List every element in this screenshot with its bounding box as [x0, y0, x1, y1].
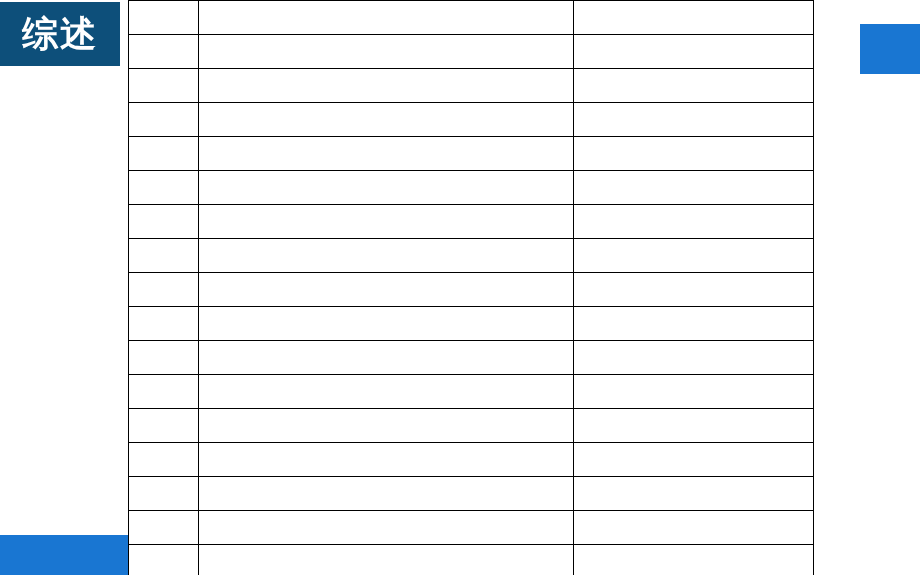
table-cell: [199, 137, 574, 171]
table-cell: [574, 307, 814, 341]
table-cell: [129, 239, 199, 273]
accent-decoration-bottom-left: [0, 535, 128, 575]
accent-decoration-top-right: [860, 24, 920, 74]
table-cell: [129, 307, 199, 341]
table-cell: [129, 477, 199, 511]
table-cell: [129, 69, 199, 103]
table-cell: [199, 1, 574, 35]
table-cell: [574, 477, 814, 511]
table-cell: [574, 69, 814, 103]
table-row: [129, 35, 814, 69]
table-cell: [129, 545, 199, 576]
table-cell: [574, 375, 814, 409]
table-cell: [199, 69, 574, 103]
table-cell: [574, 409, 814, 443]
table-cell: [574, 35, 814, 69]
table-cell: [199, 375, 574, 409]
table-row: [129, 375, 814, 409]
table-row: [129, 239, 814, 273]
table-row: [129, 69, 814, 103]
table-cell: [574, 103, 814, 137]
table-cell: [199, 239, 574, 273]
table-row: [129, 511, 814, 545]
table-cell: [129, 1, 199, 35]
table-cell: [199, 409, 574, 443]
table-cell: [574, 273, 814, 307]
table-cell: [199, 511, 574, 545]
table-cell: [574, 171, 814, 205]
table-row: [129, 409, 814, 443]
table-cell: [199, 35, 574, 69]
table-row: [129, 1, 814, 35]
table-cell: [129, 409, 199, 443]
table-cell: [574, 443, 814, 477]
table-cell: [129, 341, 199, 375]
table-cell: [129, 511, 199, 545]
table-cell: [199, 477, 574, 511]
table-row: [129, 545, 814, 576]
table-cell: [574, 341, 814, 375]
table-cell: [129, 171, 199, 205]
page-title: 综述: [22, 10, 98, 59]
table-cell: [129, 205, 199, 239]
title-banner: 综述: [0, 2, 120, 66]
table-row: [129, 137, 814, 171]
table-row: [129, 341, 814, 375]
table-cell: [574, 205, 814, 239]
table-cell: [129, 103, 199, 137]
table-cell: [574, 1, 814, 35]
table-row: [129, 477, 814, 511]
table-cell: [199, 103, 574, 137]
table-row: [129, 205, 814, 239]
table-cell: [199, 205, 574, 239]
table-cell: [199, 273, 574, 307]
table-cell: [129, 137, 199, 171]
table-cell: [574, 511, 814, 545]
table-row: [129, 443, 814, 477]
table-row: [129, 103, 814, 137]
table-cell: [129, 443, 199, 477]
table-cell: [129, 375, 199, 409]
table-cell: [199, 545, 574, 576]
table-row: [129, 273, 814, 307]
table-cell: [199, 171, 574, 205]
data-table: [128, 0, 814, 575]
table-cell: [574, 137, 814, 171]
table-cell: [574, 545, 814, 576]
table-cell: [574, 239, 814, 273]
table-cell: [129, 273, 199, 307]
table-cell: [199, 443, 574, 477]
table-cell: [129, 35, 199, 69]
data-table-container: [128, 0, 813, 575]
table-cell: [199, 307, 574, 341]
table-cell: [199, 341, 574, 375]
table-row: [129, 171, 814, 205]
table-row: [129, 307, 814, 341]
